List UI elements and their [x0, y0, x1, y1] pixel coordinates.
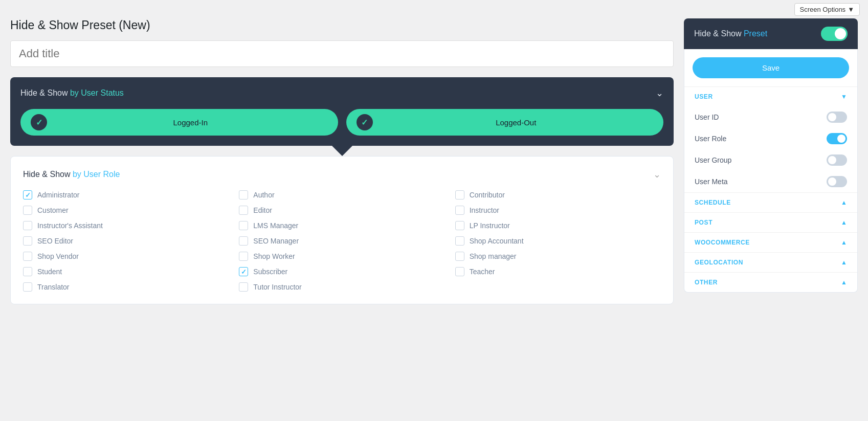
- sidebar-item-user-meta: User Meta: [684, 171, 857, 192]
- role-checkbox[interactable]: [455, 252, 464, 261]
- role-item[interactable]: Shop Vendor: [23, 252, 229, 261]
- sidebar-item-user-group: User Group: [684, 149, 857, 171]
- logged-in-label: Logged-In: [53, 118, 328, 127]
- role-checkbox[interactable]: [239, 190, 248, 200]
- role-checkbox[interactable]: [455, 206, 464, 215]
- sidebar-section-title-geolocation: GEOLOCATION: [695, 259, 743, 266]
- role-item[interactable]: Instructor: [455, 206, 661, 215]
- role-label: Instructor: [470, 206, 499, 214]
- role-checkbox[interactable]: [239, 282, 248, 292]
- role-label: Translator: [37, 283, 70, 291]
- role-checkbox[interactable]: [23, 206, 32, 215]
- user-role-header[interactable]: Hide & Show by User Role ⌄: [23, 169, 661, 180]
- screen-options-chevron: ▼: [848, 6, 854, 13]
- sidebar-item-toggle-user-id[interactable]: [827, 112, 847, 123]
- role-label: Instructor's Assistant: [37, 221, 103, 230]
- role-checkbox[interactable]: [23, 190, 32, 200]
- screen-options-button[interactable]: Screen Options ▼: [794, 3, 860, 16]
- role-item[interactable]: Translator: [23, 282, 229, 292]
- role-checkbox[interactable]: [455, 221, 464, 230]
- role-checkbox[interactable]: [239, 252, 248, 261]
- sidebar-section-chevron-schedule: ▲: [841, 199, 847, 206]
- user-status-header[interactable]: Hide & Show by User Status ⌄: [20, 87, 663, 99]
- role-item[interactable]: Shop manager: [455, 252, 661, 261]
- user-status-title: Hide & Show by User Status: [20, 88, 124, 98]
- logged-out-option[interactable]: ✓ Logged-Out: [346, 109, 664, 136]
- sidebar-section-header-other[interactable]: OTHER▲: [684, 273, 857, 292]
- sidebar-item-toggle-user-meta[interactable]: [827, 176, 847, 187]
- page-title: Hide & Show Preset (New): [10, 18, 674, 32]
- role-checkbox[interactable]: [455, 236, 464, 246]
- role-item[interactable]: Teacher: [455, 267, 661, 276]
- logged-in-option[interactable]: ✓ Logged-In: [20, 109, 338, 136]
- role-item[interactable]: Shop Accountant: [455, 236, 661, 246]
- role-item[interactable]: Customer: [23, 206, 229, 215]
- sidebar-body: Save USER▼User IDUser RoleUser GroupUser…: [684, 49, 858, 293]
- sidebar-section-geolocation: GEOLOCATION▲: [684, 252, 857, 272]
- role-checkbox[interactable]: [239, 221, 248, 230]
- role-checkbox[interactable]: [23, 267, 32, 276]
- roles-grid: AdministratorAuthorContributorCustomerEd…: [23, 190, 661, 292]
- role-item[interactable]: LMS Manager: [239, 221, 444, 230]
- role-label: Contributor: [470, 191, 505, 199]
- role-label: Subscriber: [253, 268, 287, 276]
- sidebar-section-chevron-woocommerce: ▲: [841, 239, 847, 246]
- role-item[interactable]: Author: [239, 190, 444, 200]
- role-label: Teacher: [470, 268, 495, 276]
- role-label: Tutor Instructor: [253, 283, 301, 291]
- role-label: LP Instructor: [470, 221, 510, 230]
- sidebar-item-user-id: User ID: [684, 106, 857, 128]
- role-checkbox[interactable]: [455, 267, 464, 276]
- sidebar-item-label-2: User Group: [695, 156, 731, 164]
- role-label: Editor: [253, 206, 272, 214]
- sidebar-section-woocommerce: WOOCOMMERCE▲: [684, 232, 857, 252]
- role-checkbox[interactable]: [23, 221, 32, 230]
- role-label: SEO Editor: [37, 237, 73, 245]
- role-item[interactable]: Editor: [239, 206, 444, 215]
- role-checkbox[interactable]: [455, 190, 464, 200]
- user-status-card: Hide & Show by User Status ⌄ ✓ Logged-In…: [10, 77, 674, 146]
- role-item[interactable]: Shop Worker: [239, 252, 444, 261]
- screen-options-label: Screen Options: [800, 6, 846, 13]
- role-item[interactable]: Contributor: [455, 190, 661, 200]
- role-item[interactable]: Tutor Instructor: [239, 282, 444, 292]
- role-checkbox[interactable]: [23, 236, 32, 246]
- role-item[interactable]: LP Instructor: [455, 221, 661, 230]
- title-input[interactable]: [10, 40, 674, 67]
- preset-toggle[interactable]: [821, 27, 848, 41]
- role-item[interactable]: SEO Manager: [239, 236, 444, 246]
- role-item[interactable]: SEO Editor: [23, 236, 229, 246]
- role-item[interactable]: Student: [23, 267, 229, 276]
- sidebar-section-header-woocommerce[interactable]: WOOCOMMERCE▲: [684, 233, 857, 252]
- role-checkbox[interactable]: [23, 252, 32, 261]
- sidebar-section-chevron-other: ▲: [841, 279, 847, 286]
- sidebar-item-toggle-user-group[interactable]: [827, 154, 847, 166]
- sidebar-top: Hide & Show Preset: [684, 18, 858, 49]
- sidebar: Hide & Show Preset Save USER▼User IDUser…: [684, 18, 858, 304]
- save-button[interactable]: Save: [693, 57, 849, 78]
- sidebar-section-header-geolocation[interactable]: GEOLOCATION▲: [684, 253, 857, 272]
- logged-out-label: Logged-Out: [379, 118, 654, 127]
- role-label: Shop manager: [470, 252, 517, 260]
- role-checkbox[interactable]: [239, 206, 248, 215]
- user-status-options: ✓ Logged-In ✓ Logged-Out: [20, 109, 663, 136]
- role-checkbox[interactable]: [239, 267, 248, 276]
- connector-arrow: [332, 146, 352, 156]
- sidebar-section-schedule: SCHEDULE▲: [684, 192, 857, 212]
- role-item[interactable]: Instructor's Assistant: [23, 221, 229, 230]
- role-label: SEO Manager: [253, 237, 299, 245]
- sidebar-section-header-schedule[interactable]: SCHEDULE▲: [684, 193, 857, 212]
- sidebar-sections: USER▼User IDUser RoleUser GroupUser Meta…: [684, 86, 857, 292]
- sidebar-item-label-0: User ID: [695, 113, 719, 121]
- sidebar-section-title-schedule: SCHEDULE: [695, 199, 731, 206]
- role-label: LMS Manager: [253, 221, 298, 230]
- role-checkbox[interactable]: [23, 282, 32, 292]
- sidebar-section-header-user[interactable]: USER▼: [684, 87, 857, 106]
- sidebar-section-header-post[interactable]: POST▲: [684, 213, 857, 232]
- sidebar-section-title-post: POST: [695, 219, 713, 226]
- role-checkbox[interactable]: [239, 236, 248, 246]
- sidebar-item-toggle-user-role[interactable]: [827, 133, 847, 144]
- role-item[interactable]: Administrator: [23, 190, 229, 200]
- sidebar-item-label-1: User Role: [695, 135, 726, 143]
- role-item[interactable]: Subscriber: [239, 267, 444, 276]
